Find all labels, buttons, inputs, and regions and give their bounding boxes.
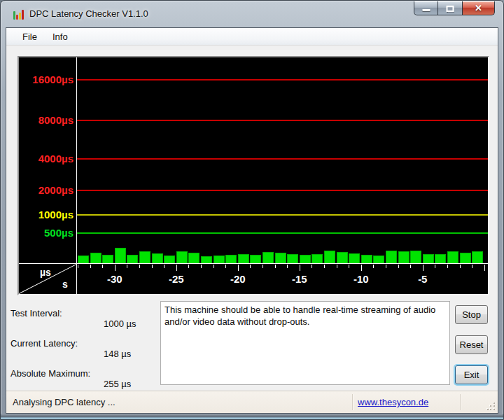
x-axis-label: -20 (230, 273, 246, 285)
latency-bar (152, 253, 163, 263)
x-axis-tick (201, 265, 202, 268)
menu-bar: FileInfo (6, 28, 498, 46)
x-axis-tick (349, 265, 349, 268)
x-axis-tick (225, 265, 226, 268)
window-bottom-edge (1, 414, 503, 419)
x-axis-tick (188, 265, 189, 268)
window-content: FileInfo 16000µs8000µs4000µs2000µs1000µs… (6, 27, 498, 414)
app-window: DPC Latency Checker V1.1.0 ✕ FileInfo 16… (0, 0, 504, 420)
app-icon (13, 8, 26, 20)
stats-row: Absolute Maximum:255 µs (10, 368, 158, 379)
latency-bar (164, 255, 175, 263)
maximize-button[interactable] (438, 1, 462, 15)
latency-bar (287, 254, 298, 263)
stop-button[interactable]: Stop (455, 305, 488, 324)
reference-line-8000 (77, 120, 488, 121)
x-axis-tick (152, 265, 153, 268)
x-axis-tick (300, 265, 300, 271)
x-axis-unit-label: s (62, 279, 68, 290)
x-axis-label: -25 (169, 273, 184, 285)
latency-bar (300, 255, 311, 263)
maximize-icon (447, 6, 454, 12)
x-axis-label: -30 (107, 273, 122, 285)
y-axis-label: 8000µs (19, 115, 74, 125)
stats-value: 148 µs (104, 349, 131, 359)
resize-grip[interactable] (487, 402, 496, 412)
x-axis-tick (337, 265, 337, 268)
x-axis-tick (250, 265, 251, 268)
reset-button[interactable]: Reset (455, 335, 488, 354)
x-axis-tick (373, 265, 374, 268)
client-area: 16000µs8000µs4000µs2000µs1000µs500µs-30-… (6, 46, 498, 391)
website-link[interactable]: www.thesycon.de (358, 397, 428, 407)
latency-bar (127, 255, 138, 263)
advice-textbox[interactable]: This machine should be able to handle re… (160, 301, 450, 385)
status-bar: Analysing DPC latency ... www.thesycon.d… (6, 391, 498, 413)
desktop-background: DPC Latency Checker V1.1.0 ✕ FileInfo 16… (0, 0, 504, 420)
reference-line-2000 (77, 190, 488, 191)
close-button[interactable]: ✕ (462, 1, 495, 15)
x-axis-tick (324, 265, 325, 268)
menu-item-info[interactable]: Info (45, 29, 76, 44)
latency-bar (262, 252, 274, 263)
close-icon: ✕ (463, 3, 494, 13)
x-axis-tick (484, 265, 485, 271)
latency-bar (337, 252, 348, 263)
chart-axis-separator (76, 57, 77, 294)
grip-dot (493, 405, 495, 407)
grip-dot (493, 409, 495, 410)
x-axis-tick (435, 265, 435, 268)
x-axis-tick (447, 265, 448, 268)
y-axis-label: 16000µs (19, 74, 74, 85)
y-axis-label: 500µs (19, 227, 74, 238)
chart-baseline (19, 263, 488, 264)
x-axis-tick (127, 265, 127, 268)
x-axis-tick (176, 265, 177, 271)
x-axis-tick (361, 265, 362, 271)
x-axis-tick (115, 265, 115, 271)
y-axis-label: 4000µs (19, 153, 74, 164)
x-axis-tick (102, 265, 103, 268)
x-axis-tick (423, 265, 424, 271)
y-axis-unit-label: µs (40, 267, 51, 278)
grip-dot (490, 409, 491, 410)
latency-chart: 16000µs8000µs4000µs2000µs1000µs500µs-30-… (18, 56, 489, 295)
latency-bar (139, 251, 150, 263)
x-axis-tick (312, 265, 312, 268)
stats-label: Current Latency: (10, 338, 78, 349)
minimize-icon (422, 9, 430, 11)
latency-bar (435, 254, 446, 263)
x-axis-tick (90, 265, 91, 268)
latency-bar (349, 253, 360, 263)
latency-bar (102, 255, 113, 263)
statusbar-divider (460, 394, 461, 410)
latency-bar (115, 248, 126, 263)
minimize-button[interactable] (414, 1, 438, 15)
latency-bar (238, 254, 249, 263)
stats-row: Test Interval:1000 µs (10, 308, 158, 318)
latency-bar (250, 255, 261, 263)
x-axis-tick (78, 265, 78, 268)
x-axis-tick (460, 265, 461, 268)
stats-value: 1000 µs (104, 318, 136, 329)
x-axis-tick (386, 265, 386, 268)
latency-bar (398, 251, 410, 263)
app-icon-bar (22, 10, 24, 20)
reference-line-16000 (77, 79, 488, 80)
titlebar[interactable]: DPC Latency Checker V1.1.0 ✕ (1, 1, 503, 27)
exit-button[interactable]: Exit (455, 365, 488, 384)
y-axis-label: 2000µs (19, 185, 74, 195)
app-icon-bar (16, 15, 18, 20)
caption-buttons: ✕ (414, 1, 495, 15)
stats-label: Test Interval: (10, 308, 62, 318)
menu-item-file[interactable]: File (15, 29, 45, 44)
app-icon-bar (13, 11, 15, 20)
latency-bar (225, 255, 237, 263)
x-axis-tick (164, 265, 164, 268)
x-axis-tick (214, 265, 214, 268)
y-axis-label: 1000µs (19, 209, 74, 220)
statusbar-divider (352, 394, 353, 410)
status-text: Analysing DPC latency ... (13, 397, 115, 407)
latency-bar (410, 251, 421, 263)
latency-bar (386, 251, 397, 263)
